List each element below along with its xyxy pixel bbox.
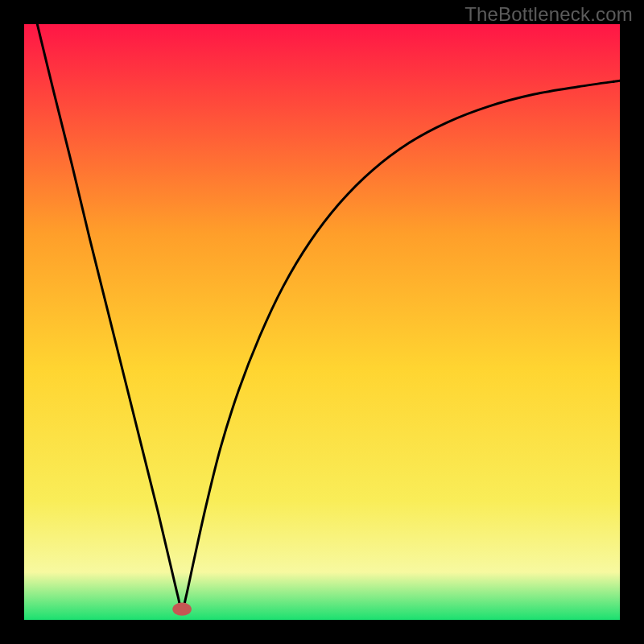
- attribution-label: TheBottleneck.com: [464, 3, 633, 26]
- minimum-marker: [172, 603, 192, 616]
- chart-frame: TheBottleneck.com: [0, 0, 644, 644]
- chart-svg: [24, 24, 620, 620]
- plot-area: [24, 24, 620, 620]
- gradient-background: [24, 24, 620, 620]
